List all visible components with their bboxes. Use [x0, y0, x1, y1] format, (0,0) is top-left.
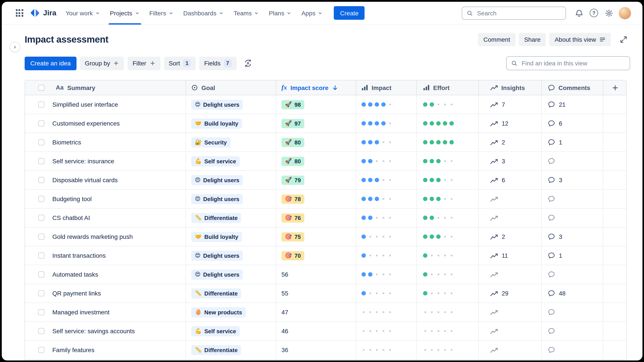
insights-cell[interactable]: 3	[479, 152, 542, 170]
row-checkbox[interactable]	[38, 234, 44, 240]
about-this-view-button[interactable]: About this view	[550, 33, 610, 46]
row-checkbox[interactable]	[38, 290, 44, 296]
summary-cell[interactable]: Automated tasks	[25, 265, 186, 284]
select-all-checkbox[interactable]	[38, 85, 44, 91]
comments-cell[interactable]	[542, 208, 603, 227]
insights-cell[interactable]: 12	[479, 114, 542, 133]
impact-score-badge[interactable]: 47	[282, 309, 288, 316]
impact-score-badge[interactable]: 🚀 80	[282, 157, 304, 166]
global-search[interactable]	[462, 6, 566, 19]
impact-rating-cell[interactable]	[356, 284, 417, 303]
impact-score-badge[interactable]: 🎯 78	[282, 194, 304, 203]
table-row[interactable]: Customised experiences 🤝 Build loyalty 🚀…	[25, 114, 626, 133]
goal-cell[interactable]: 💪 Self service	[186, 152, 276, 170]
goal-cell[interactable]: 😍 Delight users	[186, 171, 276, 189]
impact-score-badge[interactable]: 🎯 70	[282, 251, 304, 260]
idea-summary[interactable]: Automated tasks	[52, 271, 98, 278]
impact-rating-cell[interactable]	[356, 322, 417, 340]
effort-rating-cell[interactable]	[417, 322, 479, 340]
comments-cell[interactable]	[542, 341, 603, 359]
nav-item-teams[interactable]: Teams	[229, 2, 264, 24]
impact-score-badge[interactable]: 46	[282, 328, 288, 335]
impact-score-badge[interactable]: 🚀 98	[282, 100, 304, 109]
goal-cell[interactable]: 🔐 Security	[186, 133, 276, 152]
impact-rating-cell[interactable]	[356, 95, 417, 114]
row-checkbox[interactable]	[38, 328, 44, 334]
summary-cell[interactable]: Biometrics	[25, 133, 186, 152]
goal-cell[interactable]: 😍 Delight users	[186, 190, 276, 208]
group-by-button[interactable]: Group by	[80, 56, 124, 70]
insights-cell[interactable]	[479, 208, 542, 227]
impact-score-cell[interactable]: 🎯 70	[276, 246, 356, 265]
insights-cell[interactable]: 2	[479, 133, 542, 152]
effort-rating-cell[interactable]	[417, 190, 479, 208]
row-checkbox[interactable]	[38, 101, 44, 108]
find-idea-search[interactable]	[506, 56, 630, 70]
insights-cell[interactable]	[479, 322, 542, 340]
fields-button[interactable]: Fields 7	[200, 56, 236, 70]
summary-cell[interactable]: Instant transactions	[25, 246, 186, 265]
impact-score-badge[interactable]: 🚀 80	[282, 138, 304, 147]
idea-summary[interactable]: CS chatbot AI	[52, 214, 90, 221]
summary-cell[interactable]: QR payment links	[25, 284, 186, 303]
row-checkbox[interactable]	[38, 252, 44, 259]
comments-cell[interactable]: 3	[542, 171, 603, 189]
table-row[interactable]: Instant transactions 😍 Delight users 🎯 7…	[25, 246, 626, 265]
expand-sidebar-button[interactable]	[10, 42, 20, 52]
comment-button[interactable]: Comment	[478, 33, 516, 46]
impact-score-cell[interactable]: 🚀 97	[276, 114, 356, 133]
comments-cell[interactable]: 1	[542, 133, 603, 152]
impact-score-cell[interactable]: 46	[276, 322, 356, 340]
goal-cell[interactable]: 😍 Delight users	[186, 246, 276, 265]
idea-summary[interactable]: Gold rewards marketing push	[52, 233, 133, 240]
summary-cell[interactable]: Customised experiences	[25, 114, 186, 133]
summary-cell[interactable]: Self service: savings accounts	[25, 322, 186, 340]
row-checkbox[interactable]	[38, 139, 44, 145]
effort-rating-cell[interactable]	[417, 171, 479, 189]
goal-cell[interactable]: 🤝 Build loyalty	[186, 227, 276, 246]
column-header-effort[interactable]: Effort	[417, 80, 479, 95]
row-checkbox[interactable]	[38, 196, 44, 202]
summary-cell[interactable]: Self service: insurance	[25, 152, 186, 170]
summary-cell[interactable]: Budgeting tool	[25, 190, 186, 208]
comments-cell[interactable]	[542, 322, 603, 340]
create-idea-button[interactable]: Create an idea	[25, 56, 76, 70]
effort-rating-cell[interactable]	[417, 227, 479, 246]
impact-rating-cell[interactable]	[356, 341, 417, 359]
goal-chip[interactable]: 📏 Differentiate	[191, 288, 241, 298]
find-idea-input[interactable]	[521, 59, 625, 67]
table-row[interactable]: Managed investment 🥚 New products 47	[25, 303, 626, 322]
impact-score-badge[interactable]: 36	[282, 347, 288, 354]
goal-cell[interactable]: 🤝 Build loyalty	[186, 114, 276, 133]
insights-cell[interactable]: 11	[479, 246, 542, 265]
sort-button[interactable]: Sort 1	[164, 56, 196, 70]
idea-summary[interactable]: Budgeting tool	[52, 195, 92, 202]
goal-chip[interactable]: 💪 Self service	[191, 326, 240, 336]
insights-cell[interactable]: 6	[479, 171, 542, 189]
impact-score-cell[interactable]: 36	[276, 341, 356, 359]
comments-cell[interactable]	[542, 303, 603, 321]
impact-score-badge[interactable]: 55	[282, 290, 288, 297]
insights-cell[interactable]	[479, 190, 542, 208]
goal-cell[interactable]: 📏 Differentiate	[186, 208, 276, 227]
impact-score-cell[interactable]: 55	[276, 284, 356, 303]
goal-chip[interactable]: 📏 Differentiate	[191, 213, 241, 223]
insights-cell[interactable]	[479, 265, 542, 284]
insights-cell[interactable]: 7	[479, 95, 542, 114]
fullscreen-button[interactable]	[617, 33, 630, 46]
row-checkbox[interactable]	[38, 271, 44, 277]
table-row[interactable]: Biometrics 🔐 Security 🚀 80 2 1	[25, 133, 626, 152]
idea-summary[interactable]: Disposable virtual cards	[52, 177, 118, 183]
impact-score-cell[interactable]: 47	[276, 303, 356, 321]
row-checkbox[interactable]	[38, 215, 44, 221]
goal-chip[interactable]: 😍 Delight users	[191, 175, 243, 185]
effort-rating-cell[interactable]	[417, 341, 479, 359]
idea-summary[interactable]: Managed investment	[52, 309, 110, 316]
insights-cell[interactable]: 29	[479, 284, 542, 303]
goal-cell[interactable]: 📏 Differentiate	[186, 341, 276, 359]
effort-rating-cell[interactable]	[417, 284, 479, 303]
comments-cell[interactable]: 21	[542, 95, 603, 114]
goal-cell[interactable]: 💪 Self service	[186, 322, 276, 340]
effort-rating-cell[interactable]	[417, 95, 479, 114]
table-row[interactable]: Family features 📏 Differentiate 36	[25, 341, 626, 360]
